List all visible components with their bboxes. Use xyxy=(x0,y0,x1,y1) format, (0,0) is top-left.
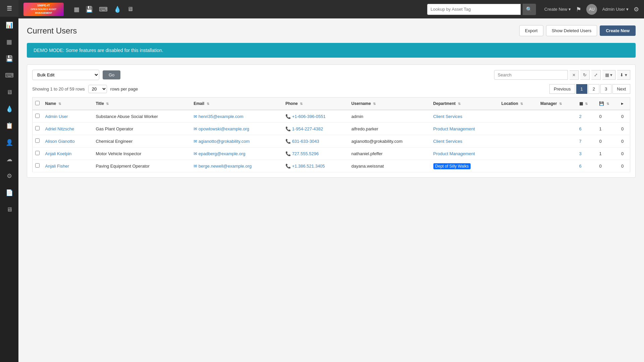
row-username: dayana.weissnat xyxy=(349,160,431,172)
drop-icon[interactable]: 💧 xyxy=(114,6,121,13)
row-checkbox xyxy=(33,135,43,147)
display-icon[interactable]: 🖥 xyxy=(127,6,133,13)
sidebar: ☰ 📊 ▦ 💾 ⌨ 🖥 💧 📋 👤 ☁ ⚙ 📄 🖥 xyxy=(0,0,18,362)
topnav: SNIPE-ITOPEN SOURCE ASSET MANAGEMENT ▦ 💾… xyxy=(18,0,644,18)
sidebar-assets[interactable]: ▦ xyxy=(0,34,18,50)
username-header: Username ⇅ xyxy=(349,98,431,110)
show-deleted-users-button[interactable]: Show Deleted Users xyxy=(546,25,597,36)
row-department: Product Management xyxy=(431,123,499,135)
row-name: Alison Gianotto xyxy=(43,135,93,147)
row-manager xyxy=(538,135,576,147)
row-select-checkbox[interactable] xyxy=(35,163,40,168)
page-title: Current Users xyxy=(27,26,77,36)
topnav-create-new-button[interactable]: Create New ▾ xyxy=(544,7,571,12)
pagination-buttons: Previous 1 2 3 Next xyxy=(549,84,630,94)
row-select-checkbox[interactable] xyxy=(35,126,40,130)
search-button[interactable]: 🔍 xyxy=(523,4,536,15)
sidebar-kiosk[interactable]: 🖥 xyxy=(0,201,18,218)
row-select-checkbox[interactable] xyxy=(35,138,40,143)
columns-button[interactable]: ▦ ▾ xyxy=(602,70,616,80)
row-email: ✉ agianotto@grokability.com xyxy=(191,135,283,147)
barcode-icon[interactable]: ▦ xyxy=(74,6,79,13)
settings-icon[interactable]: ⚙ xyxy=(634,6,639,13)
row-manager xyxy=(538,110,576,123)
rows-info: Showing 1 to 20 of 59 rows xyxy=(32,86,85,92)
go-button[interactable]: Go xyxy=(103,70,120,79)
admin-user-button[interactable]: Admin User ▾ xyxy=(602,7,629,12)
download-button[interactable]: ⬇ ▾ xyxy=(617,70,630,80)
accessories-header: ▸ xyxy=(619,98,630,110)
row-accessories: 0 xyxy=(619,147,630,160)
page-2-button[interactable]: 2 xyxy=(588,84,599,94)
department-highlight-badge: Dept of Silly Walks xyxy=(433,163,471,169)
row-licenses: 0 xyxy=(596,160,619,172)
rows-per-page-label: rows per page xyxy=(110,86,138,92)
sidebar-dashboard[interactable]: 📊 xyxy=(0,17,18,34)
table-row: Admin User Substance Abuse Social Worker… xyxy=(33,110,630,123)
row-select-checkbox[interactable] xyxy=(35,151,40,155)
row-phone: 📞 727.555.5296 xyxy=(283,147,349,160)
sidebar-users[interactable]: 👤 xyxy=(0,134,18,151)
table-row: Anjali Fisher Paving Equipment Operator … xyxy=(33,160,630,172)
row-manager xyxy=(538,160,576,172)
create-new-button[interactable]: Create New xyxy=(600,25,636,36)
next-button[interactable]: Next xyxy=(612,84,630,94)
asset-tag-input[interactable] xyxy=(427,4,521,15)
row-assets: 6 xyxy=(577,123,597,135)
select-all-checkbox[interactable] xyxy=(35,101,40,105)
row-department: Client Services xyxy=(431,110,499,123)
table-body: Admin User Substance Abuse Social Worker… xyxy=(33,110,630,172)
row-department: Dept of Silly Walks xyxy=(431,160,499,172)
row-location xyxy=(499,147,538,160)
row-select-checkbox[interactable] xyxy=(35,114,40,118)
search-clear-button[interactable]: ✕ xyxy=(570,70,579,80)
export-button[interactable]: Export xyxy=(519,25,543,36)
name-header: Name ⇅ xyxy=(43,98,93,110)
row-email: ✉ berge.newell@example.org xyxy=(191,160,283,172)
table-header: Name ⇅ Title ⇅ Email ⇅ Phone ⇅ Username … xyxy=(33,98,630,110)
sidebar-reports[interactable]: 📄 xyxy=(0,184,18,201)
sidebar-accessories[interactable]: ⌨ xyxy=(0,67,18,84)
search-input[interactable] xyxy=(494,70,568,80)
sidebar-settings[interactable]: ⚙ xyxy=(0,168,18,184)
row-location xyxy=(499,123,538,135)
sidebar-activity[interactable]: 📋 xyxy=(0,117,18,134)
row-phone: 📞 +1-606-396-0551 xyxy=(283,110,349,123)
row-email: ✉ epadberg@example.org xyxy=(191,147,283,160)
row-title: Motor Vehicle Inspector xyxy=(93,147,191,160)
page-1-button[interactable]: 1 xyxy=(576,84,587,94)
sidebar-consumables[interactable]: 💧 xyxy=(0,101,18,117)
table-row: Alison Gianotto Chemical Engineer ✉ agia… xyxy=(33,135,630,147)
row-accessories: 0 xyxy=(619,160,630,172)
row-name: Admin User xyxy=(43,110,93,123)
topnav-right: Create New ▾ ⚑ AU Admin User ▾ ⚙ xyxy=(544,4,639,15)
pagination-row: Showing 1 to 20 of 59 rows 10 20 50 100 … xyxy=(32,84,630,94)
row-username: alfredo.parker xyxy=(349,123,431,135)
row-assets: 7 xyxy=(577,135,597,147)
table-controls: Bulk Edit Delete Selected Activate Selec… xyxy=(27,64,636,178)
row-assets: 6 xyxy=(577,160,597,172)
manager-header: Manager ⇅ xyxy=(538,98,576,110)
page-3-button[interactable]: 3 xyxy=(600,84,611,94)
fullscreen-button[interactable]: ⤢ xyxy=(591,70,601,80)
row-title: Chemical Engineer xyxy=(93,135,191,147)
row-email: ✉ henri35@example.com xyxy=(191,110,283,123)
row-accessories: 0 xyxy=(619,110,630,123)
save-icon[interactable]: 💾 xyxy=(86,6,93,13)
row-name: Adriel Nitzsche xyxy=(43,123,93,135)
row-accessories: 0 xyxy=(619,123,630,135)
keyboard-icon[interactable]: ⌨ xyxy=(99,6,108,13)
sidebar-components[interactable]: 🖥 xyxy=(0,84,18,101)
bulk-edit-select[interactable]: Bulk Edit Delete Selected Activate Selec… xyxy=(32,70,99,80)
row-assets: 2 xyxy=(577,110,597,123)
sidebar-cloud[interactable]: ☁ xyxy=(0,151,18,168)
refresh-button[interactable]: ↻ xyxy=(580,70,590,80)
per-page-select[interactable]: 10 20 50 100 xyxy=(88,85,107,93)
row-phone: 📞 631-633-3043 xyxy=(283,135,349,147)
flag-icon[interactable]: ⚑ xyxy=(576,6,581,13)
row-checkbox xyxy=(33,160,43,172)
topnav-icons: ▦ 💾 ⌨ 💧 🖥 xyxy=(74,6,133,13)
previous-button[interactable]: Previous xyxy=(549,84,575,94)
sidebar-menu-toggle[interactable]: ☰ xyxy=(0,0,18,17)
sidebar-licenses[interactable]: 💾 xyxy=(0,50,18,67)
